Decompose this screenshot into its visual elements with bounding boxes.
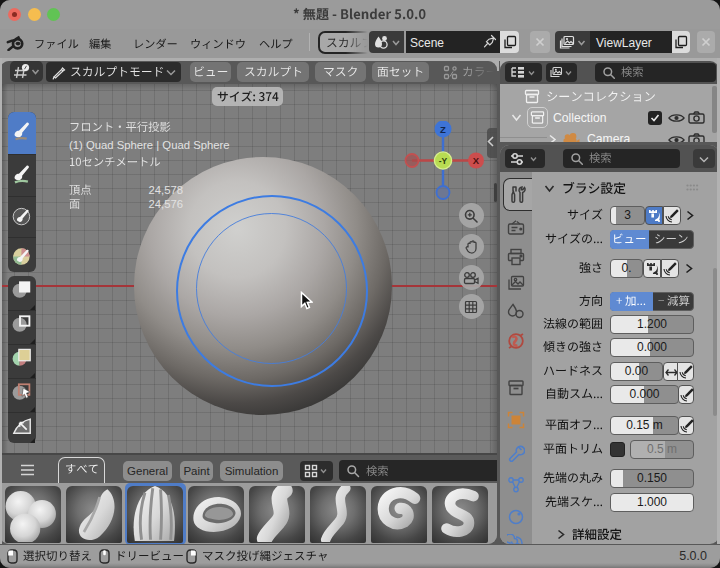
svg-text:Z: Z [440,123,446,134]
svg-text:-Y: -Y [439,155,448,165]
svg-text:X: X [473,155,480,166]
